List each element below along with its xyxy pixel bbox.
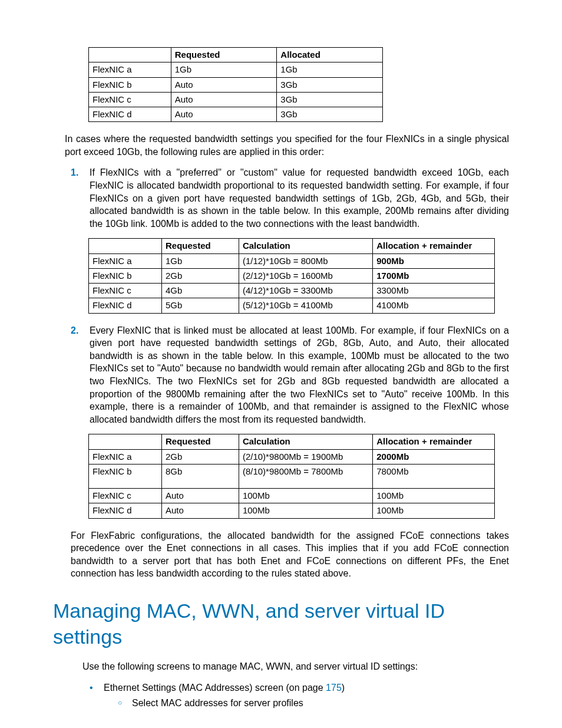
- table-cell: 3Gb: [277, 107, 383, 122]
- table-row: FlexNIC d5Gb(5/12)*10Gb = 4100Mb4100Mb: [89, 298, 495, 313]
- table-row: FlexNIC dAuto100Mb100Mb: [89, 503, 495, 518]
- table-cell: FlexNIC d: [89, 298, 162, 313]
- bullet-ethernet-settings: Ethernet Settings (MAC Addresses) screen…: [90, 681, 509, 709]
- use-screens-paragraph: Use the following screens to manage MAC,…: [82, 660, 509, 673]
- table-cell: FlexNIC c: [89, 284, 162, 298]
- table-cell: (8/10)*9800Mb = 7800Mb: [239, 464, 372, 488]
- table-cell: FlexNIC b: [89, 464, 162, 488]
- table-cell: (2/10)*9800Mb = 1900Mb: [239, 449, 372, 464]
- table-cell: (4/12)*10Gb = 3300Mb: [239, 284, 372, 298]
- table-cell: 1Gb: [171, 62, 277, 77]
- table-cell: 1700Mb: [373, 268, 495, 283]
- table-cell: 7800Mb: [373, 464, 495, 488]
- intro-paragraph: In cases where the requested bandwidth s…: [65, 133, 509, 158]
- table-cell: 1Gb: [162, 253, 239, 268]
- table-cell: FlexNIC b: [89, 77, 171, 92]
- table-cell: 2000Mb: [373, 449, 495, 464]
- table-cell: 3Gb: [277, 92, 383, 107]
- table-cell: FlexNIC a: [89, 253, 162, 268]
- table-cell: FlexNIC a: [89, 62, 171, 77]
- t2-h3: Allocation + remainder: [373, 239, 495, 253]
- table-cell: (1/12)*10Gb = 800Mb: [239, 253, 372, 268]
- t3-h0: [89, 434, 162, 449]
- table-row: FlexNIC b8Gb(8/10)*9800Mb = 7800Mb7800Mb: [89, 464, 495, 488]
- t3-h3: Allocation + remainder: [373, 434, 495, 449]
- section-heading: Managing MAC, WWN, and server virtual ID…: [53, 598, 509, 650]
- rule-2-text: Every FlexNIC that is linked must be all…: [90, 325, 509, 424]
- table-cell: 8Gb: [162, 464, 239, 488]
- table-cell: 100Mb: [373, 503, 495, 518]
- table-row: FlexNIC cAuto3Gb: [89, 92, 383, 107]
- table-row: FlexNIC a1Gb1Gb: [89, 62, 383, 77]
- table-cell: FlexNIC d: [89, 107, 171, 122]
- rule-1-text: If FlexNICs with a "preferred" or "custo…: [90, 167, 509, 228]
- table-cell: 4Gb: [162, 284, 239, 298]
- table-cell: FlexNIC d: [89, 503, 162, 518]
- table-cell: Auto: [162, 503, 239, 518]
- bullet1-post: ): [342, 683, 345, 693]
- t1-h1: Requested: [171, 48, 277, 62]
- table-cell: (2/12)*10Gb = 1600Mb: [239, 268, 372, 283]
- table-cell: (5/12)*10Gb = 4100Mb: [239, 298, 372, 313]
- table-cell: Auto: [171, 77, 277, 92]
- table-cell: Auto: [171, 92, 277, 107]
- flexnic-calculation-table-1: Requested Calculation Allocation + remai…: [88, 238, 495, 313]
- table-cell: 3Gb: [277, 77, 383, 92]
- table-cell: FlexNIC c: [89, 92, 171, 107]
- table-cell: 4100Mb: [373, 298, 495, 313]
- table-row: FlexNIC a1Gb(1/12)*10Gb = 800Mb900Mb: [89, 253, 495, 268]
- flexfabric-paragraph: For FlexFabric configurations, the alloc…: [71, 529, 509, 580]
- table-cell: 100Mb: [373, 489, 495, 503]
- rule-2-number: 2.: [71, 324, 78, 337]
- table-cell: Auto: [162, 489, 239, 503]
- rule-2-item: 2. Every FlexNIC that is linked must be …: [71, 324, 509, 426]
- sub-bullet-mac: Select MAC addresses for server profiles: [118, 697, 509, 710]
- table-cell: 5Gb: [162, 298, 239, 313]
- t1-h0: [89, 48, 171, 62]
- table-cell: 900Mb: [373, 253, 495, 268]
- table-cell: Auto: [171, 107, 277, 122]
- page-link-175[interactable]: 175: [326, 683, 342, 693]
- t2-h0: [89, 239, 162, 253]
- rule-1-item: 1. If FlexNICs with a "preferred" or "cu…: [71, 166, 509, 230]
- flexnic-calculation-table-2: Requested Calculation Allocation + remai…: [88, 434, 495, 518]
- table-cell: FlexNIC b: [89, 268, 162, 283]
- table-row: FlexNIC bAuto3Gb: [89, 77, 383, 92]
- table-cell: FlexNIC c: [89, 489, 162, 503]
- table-cell: 100Mb: [239, 503, 372, 518]
- table-row: FlexNIC cAuto100Mb100Mb: [89, 489, 495, 503]
- t2-h1: Requested: [162, 239, 239, 253]
- table-cell: FlexNIC a: [89, 449, 162, 464]
- t3-h1: Requested: [162, 434, 239, 449]
- table-cell: 100Mb: [239, 489, 372, 503]
- table-cell: 2Gb: [162, 268, 239, 283]
- table-cell: 3300Mb: [373, 284, 495, 298]
- table-cell: 1Gb: [277, 62, 383, 77]
- table-row: FlexNIC a2Gb(2/10)*9800Mb = 1900Mb2000Mb: [89, 449, 495, 464]
- table-row: FlexNIC b2Gb(2/12)*10Gb = 1600Mb1700Mb: [89, 268, 495, 283]
- t3-h2: Calculation: [239, 434, 372, 449]
- table-row: FlexNIC dAuto3Gb: [89, 107, 383, 122]
- t1-h2: Allocated: [277, 48, 383, 62]
- rule-1-number: 1.: [71, 166, 78, 179]
- flexnic-allocated-table: Requested Allocated FlexNIC a1Gb1GbFlexN…: [88, 47, 383, 122]
- t2-h2: Calculation: [239, 239, 372, 253]
- table-row: FlexNIC c4Gb(4/12)*10Gb = 3300Mb3300Mb: [89, 284, 495, 298]
- bullet1-pre: Ethernet Settings (MAC Addresses) screen…: [104, 683, 326, 693]
- table-cell: 2Gb: [162, 449, 239, 464]
